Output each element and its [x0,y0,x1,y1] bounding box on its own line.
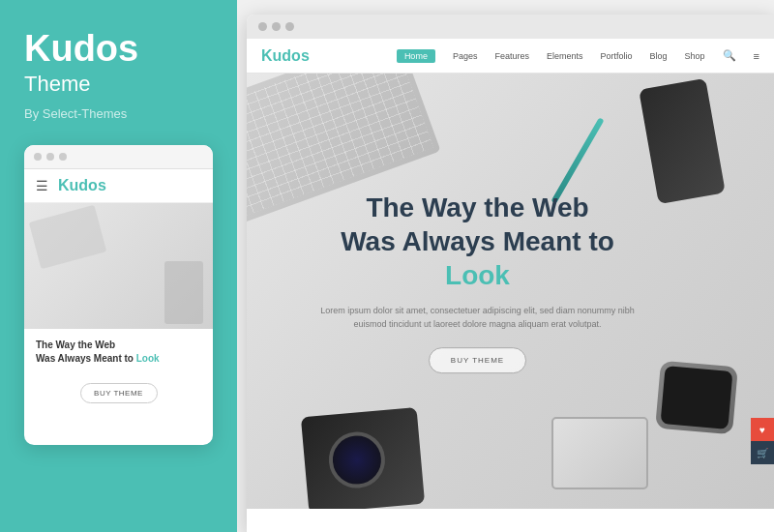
hamburger-icon: ☰ [36,178,48,193]
browser-titlebar [247,15,774,39]
mobile-buy-button[interactable]: BUY THEME [80,383,158,403]
nav-link-elements[interactable]: Elements [547,51,583,61]
brand-by: By Select-Themes [24,106,213,121]
mobile-logo: Kudos [58,177,106,194]
mobile-hero-text: The Way the Web Was Always Meant to Look [24,329,213,375]
browser-dot-2 [272,22,281,31]
browser-hero: ♥ 🛒 The Way the Web Was Always Meant to … [247,74,774,509]
badge-red: ♥ [751,418,774,441]
nav-link-features[interactable]: Features [494,51,529,61]
brand-subtitle: Theme [24,72,213,97]
right-panel: Kudos Home Pages Features Elements Portf… [237,0,774,532]
browser-logo-accent: K [261,47,273,64]
mobile-titlebar [24,145,213,169]
mobile-logo-accent: K [58,177,70,193]
hero-heading: The Way the Web Was Always Meant to Look [313,191,642,292]
mobile-dot-2 [46,153,54,161]
menu-icon[interactable]: ≡ [754,50,759,62]
search-icon[interactable]: 🔍 [723,49,736,62]
watch-decoration [655,361,738,435]
mobile-dot-3 [59,153,67,161]
browser-nav-links: Home Pages Features Elements Portfolio B… [397,49,759,63]
hero-buy-button[interactable]: BUY THEME [429,347,526,373]
camera-decoration [301,407,425,509]
phone-decoration [639,78,726,204]
hero-subtext: Lorem ipsum dolor sit amet, consectetuer… [313,304,642,332]
hero-content: The Way the Web Was Always Meant to Look… [313,191,642,373]
nav-link-portfolio[interactable]: Portfolio [600,51,632,61]
tablet-decoration [551,417,648,489]
mobile-hero-image [24,203,213,329]
desktop-browser: Kudos Home Pages Features Elements Portf… [247,15,774,532]
nav-link-shop[interactable]: Shop [685,51,705,61]
brand-title: Kudos [24,29,213,70]
mobile-dot-1 [34,153,42,161]
mobile-preview-card: ☰ Kudos The Way the Web Was Always Meant… [24,145,213,445]
left-panel: Kudos Theme By Select-Themes ☰ Kudos The… [0,0,237,532]
browser-dot-1 [258,22,267,31]
badge-dark: 🛒 [751,441,774,464]
browser-navbar: Kudos Home Pages Features Elements Portf… [247,39,774,74]
browser-dot-3 [285,22,294,31]
nav-link-blog[interactable]: Blog [650,51,668,61]
browser-logo: Kudos [261,47,310,65]
mobile-nav: ☰ Kudos [24,169,213,203]
nav-link-pages[interactable]: Pages [453,51,478,61]
nav-link-home[interactable]: Home [397,49,435,63]
